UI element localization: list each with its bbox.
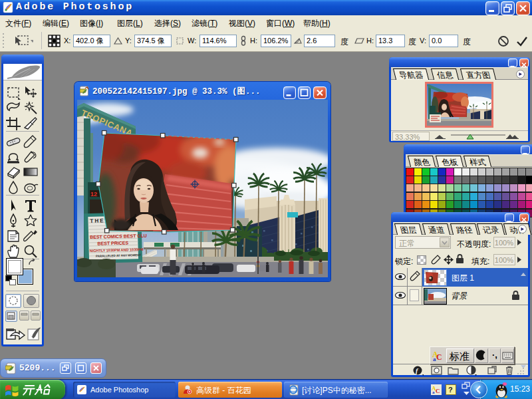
svg-text:C: C [436,388,440,394]
svg-text:a: a [432,390,435,395]
svg-text:C: C [436,352,442,362]
svg-text:BEST PRICES: BEST PRICES [97,241,128,246]
svg-text:?: ? [448,386,453,394]
svg-text:12: 12 [90,191,97,198]
svg-text:a: a [433,356,436,362]
